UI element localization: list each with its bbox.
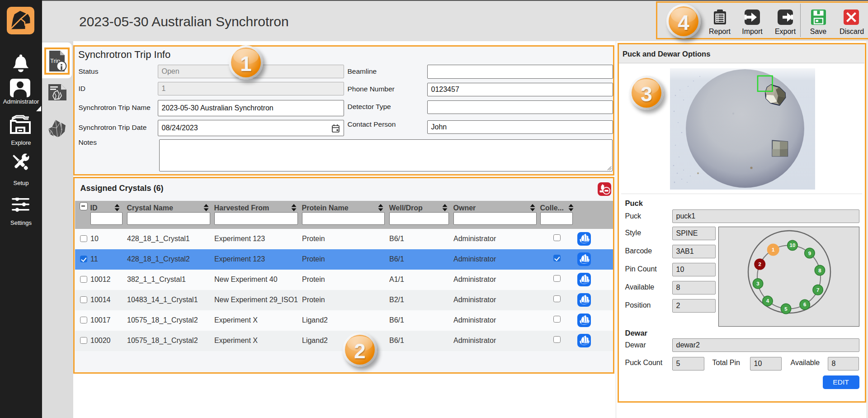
svg-text:9: 9 [808, 250, 811, 256]
svg-text:4: 4 [766, 298, 769, 304]
svg-text:5: 5 [784, 306, 788, 311]
svg-text:6: 6 [803, 302, 806, 307]
svg-text:10: 10 [789, 242, 795, 248]
svg-text:3: 3 [756, 280, 759, 286]
svg-text:7: 7 [816, 287, 819, 292]
svg-text:2: 2 [758, 261, 761, 267]
svg-text:8: 8 [818, 267, 821, 273]
svg-text:1: 1 [771, 247, 774, 252]
